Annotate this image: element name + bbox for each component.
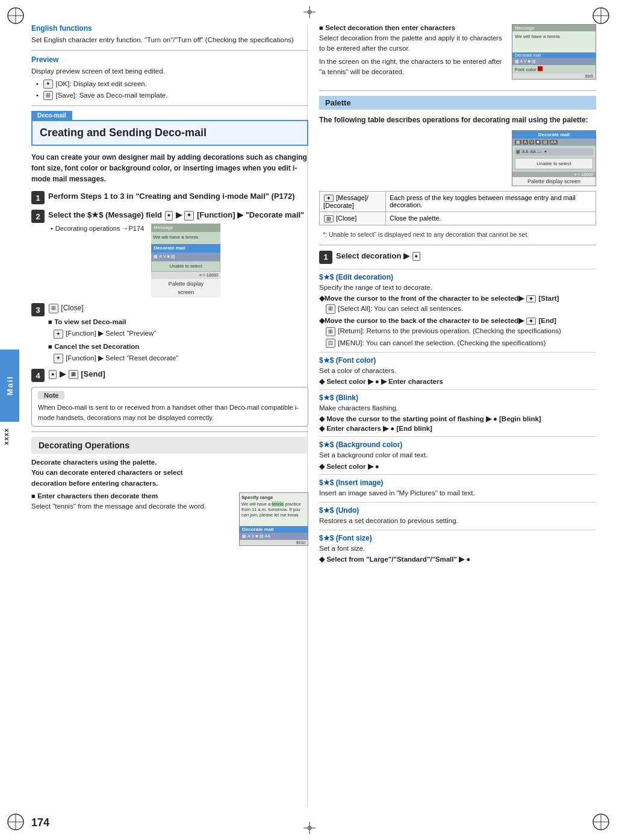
ss-icon6: AA — [265, 534, 270, 539]
left-column: English functions Set English character … — [31, 24, 308, 550]
font-color-section: $★$ (Font color) Set a color of characte… — [319, 356, 596, 386]
step2-arrow1: ▶ — [176, 210, 184, 219]
step3-close-label: [Close] — [61, 304, 83, 312]
crosshair-top — [303, 6, 316, 18]
deco-mail-label: Deco-mail — [31, 111, 72, 120]
insert-image-desc: Insert an image saved in "My Pictures" t… — [319, 488, 596, 498]
step-2-text-content: Select the $★$ (Message) field ● ▶ ✦ [Fu… — [48, 210, 304, 219]
palette-key-2: ⊞ [Close] — [320, 212, 386, 225]
move-back-bullet-1: ⊞ [Return]: Returns to the previous oper… — [325, 326, 596, 336]
step3-close-icon: ⊞ — [49, 304, 58, 313]
save-icon: ⊞ — [43, 91, 53, 101]
step-1: 1 Perform Steps 1 to 3 in "Creating and … — [31, 190, 308, 204]
blink-desc: Make characters flashing. — [319, 403, 596, 413]
decorating-ops-title: Decorating Operations — [39, 440, 301, 450]
asterisk-note: *: Unable to select" is displayed next t… — [323, 230, 596, 240]
right-divider-2 — [319, 245, 596, 245]
step3-view-header: ■ To view set Deco-mail — [48, 317, 308, 327]
undo-header: $★$ (Undo) — [319, 506, 596, 515]
preview-bullet-1-text: [OK]: Display text edit screen. — [55, 80, 146, 87]
enter-decorate-section: Specify range We will have a tennis prac… — [31, 492, 308, 550]
pd-t-icon3: AA — [530, 149, 536, 154]
step-4: 4 ● ▶ ⊞ [Send] — [31, 368, 308, 382]
ss-icon1: ▦ — [242, 534, 246, 539]
move-front-bold: ◆Move the cursor to the front of the cha… — [319, 294, 596, 302]
step3-cancel: ■ Cancel the set Decoration ✦ [Function]… — [48, 342, 308, 364]
right-step1: 1 Select decoration ▶ ● — [319, 250, 596, 264]
select-all-icon: ⊞ — [326, 304, 335, 314]
step-3: 3 ⊞ [Close] ■ To view set Deco-mail ✦ [F… — [31, 302, 308, 363]
palette-display-mockup: Decorate mail ▦ A V ■ ▤ AA ▦ A A AA — ✦ — [512, 130, 596, 186]
right-divider-1 — [319, 90, 596, 91]
deco-mail-section: Deco-mail Creating and Sending Deco-mail… — [31, 111, 308, 184]
pd-label: Palette display screen — [512, 177, 596, 186]
pd-unable: Unable to select — [515, 158, 593, 169]
crosshair-bottom — [303, 822, 316, 834]
func-divider-5 — [319, 474, 596, 475]
ss-highlight: tennis — [272, 501, 284, 507]
ms-toolbar: ▦ A V ■ ▤ — [512, 58, 596, 65]
func-divider-6 — [319, 502, 596, 503]
blink-step2: ◆ Enter characters ▶ ● [End blink] — [319, 424, 596, 433]
insert-image-header: $★$ (Insert image) — [319, 478, 596, 487]
ss-icon2: A — [247, 534, 250, 539]
creating-sending-box: Creating and Sending Deco-mail — [31, 120, 308, 146]
step-1-text-bold: Perform Steps 1 to 3 in "Creating and Se… — [48, 192, 295, 201]
palette-val-1: Each press of the key toggles between me… — [386, 192, 596, 212]
bg-color-desc: Set a background color of mail text. — [319, 450, 596, 460]
preview-bullet-2: ⊞ [Save]: Save as Deco-mail template. — [36, 90, 308, 101]
step3-cancel-text: ✦ [Function] ▶ Select "Reset decorate" — [53, 353, 308, 363]
pd-icon5: ▤ — [542, 140, 549, 145]
pd-left-icon3: V — [163, 254, 166, 260]
move-front-bullet: ⊞ [Select All]: You can select all sente… — [325, 304, 596, 314]
step4-circle-icon: ● — [49, 370, 57, 380]
step-2: 2 Select the $★$ (Message) field ● ▶ ✦ [… — [31, 209, 308, 298]
pd-t-icon2: A A — [522, 149, 529, 154]
palette-table-row-2: ⊞ [Close] Close the palette. — [320, 212, 596, 225]
pd-t-icon4: — — [538, 149, 542, 154]
preview-bullet-2-text: [Save]: Save as Deco-mail template. — [55, 92, 167, 99]
palette-key1-icon: ✦ — [324, 195, 334, 202]
preview-text: Display preview screen of text being edi… — [31, 66, 308, 77]
ss-icon4: ■ — [255, 534, 258, 539]
edit-decoration-section: $★$ (Edit decoration) Specify the range … — [319, 273, 596, 348]
decorating-ops-box: Decorating Operations — [31, 437, 308, 454]
right-step1-label: Select decoration ▶ ● — [336, 251, 421, 260]
step-1-text: Perform Steps 1 to 3 in "Creating and Se… — [48, 190, 308, 202]
pd-left-icon5: ▤ — [171, 254, 175, 260]
ss-toolbar: ▦ A V ■ ▤ AA — [240, 533, 308, 540]
pd-left-status: ≡ = 10000 — [151, 272, 220, 280]
palette-table-section: Decorate mail ▦ A V ■ ▤ AA ▦ A A AA — ✦ — [319, 130, 596, 230]
note-box: Note When Deco-mail is sent to or receiv… — [31, 387, 308, 427]
bg-color-step: ◆ Select color ▶ ● — [319, 462, 596, 471]
pd-t-icon1: ▦ — [516, 149, 520, 154]
pd-left-deco: Decorate mail — [151, 244, 220, 252]
step4-send-icon: ⊞ — [69, 370, 78, 380]
font-size-header: $★$ (Font size) — [319, 534, 596, 542]
palette-table: ✦ [Message]/[Decorate] Each press of the… — [319, 191, 596, 225]
move-front-icon: ✦ — [526, 295, 536, 302]
mail-tab-label: Mail — [5, 375, 14, 395]
right-step1-text: Select decoration ▶ ● — [336, 250, 596, 262]
undo-section: $★$ (Undo) Restores a set decoration to … — [319, 506, 596, 526]
step2-func-icon: ✦ — [184, 211, 194, 221]
ss-icon5: ▤ — [260, 534, 264, 539]
pd-icon2: A — [523, 140, 528, 145]
step2-func-label: [Function] ▶ "Decorate mail" — [197, 210, 304, 219]
edit-decoration-desc: Specify the range of text to decorate. — [319, 283, 596, 293]
menu-icon: ⊡ — [326, 339, 335, 348]
step-4-text: ● ▶ ⊞ [Send] — [48, 368, 308, 380]
decorating-ops-desc-text: Decorate characters using the palette. Y… — [31, 457, 308, 489]
right-step1-icon: ● — [412, 252, 420, 262]
select-decorate-section: Message We will have a tennis Decorate m… — [319, 24, 596, 84]
pd-left-unable: Unable to select — [151, 261, 220, 271]
font-size-section: $★$ (Font size) Set a font size. ◆ Selec… — [319, 534, 596, 563]
bg-color-header: $★$ (Background color) — [319, 440, 596, 449]
pd-left-icon4: ■ — [167, 254, 170, 260]
corner-br — [591, 812, 613, 834]
pd-left-body: We will have a tennis — [151, 232, 220, 244]
step-1-number: 1 — [31, 191, 45, 204]
ms-icon1: ▦ A V ■ ▤ — [515, 59, 536, 63]
pd-toolbar: ▦ A V ■ ▤ AA — [512, 139, 596, 146]
ss-icon3: V — [252, 534, 255, 539]
